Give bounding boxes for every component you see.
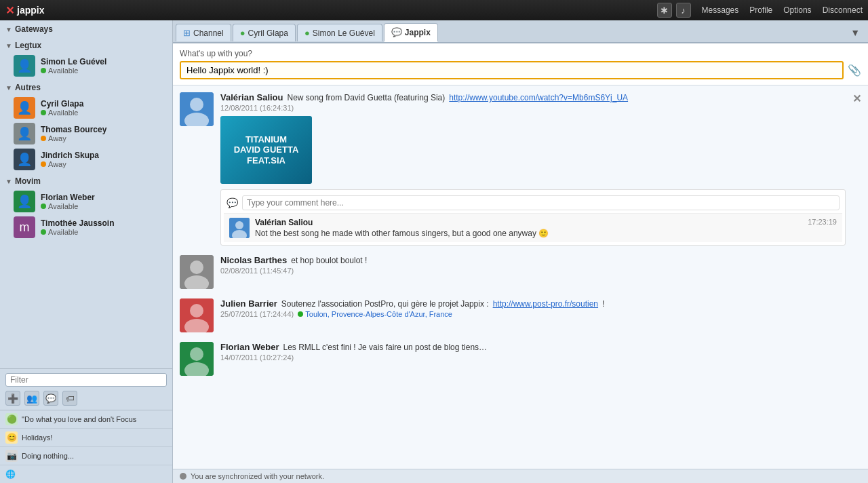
msg-body-nicolas: Nicolas Barthes et hop boulot boulot ! 0…	[220, 255, 861, 289]
contact-name-florian: Florian Weber	[41, 193, 95, 202]
options-link[interactable]: Options	[783, 5, 811, 15]
location-text: Toulon, Provence-Alpes-Côte d'Azur, Fran…	[305, 310, 452, 318]
svg-point-10	[190, 304, 203, 317]
comment-time-0: 17:23:19	[808, 218, 837, 227]
contact-info-thomas: Thomas Bourcey Away	[41, 125, 106, 142]
tab-cyril-label: Cyril Glapa	[248, 28, 288, 38]
tab-jappix-label: Jappix	[405, 28, 431, 37]
whats-up-section: What's up with you? 📎	[173, 43, 868, 85]
msg-close-valerian[interactable]: ✕	[852, 92, 861, 105]
logo-x: ✕	[5, 4, 14, 17]
status-dot-cyril	[41, 110, 46, 115]
contact-info-timothee: Timothée Jaussoin Available	[41, 218, 114, 236]
contact-status-cyril: Available	[41, 109, 83, 117]
svg-point-7	[190, 260, 203, 274]
movim-arrow: ▼	[5, 178, 12, 185]
paperclip-icon[interactable]: 📎	[848, 64, 861, 77]
tab-channel[interactable]: ⊞ Channel	[176, 24, 231, 41]
music-icon[interactable]: ♪	[676, 3, 691, 18]
contact-timothee[interactable]: m Timothée Jaussoin Available	[0, 214, 172, 240]
comment-author-0: Valérian Saliou	[255, 218, 313, 227]
msg-link-julien[interactable]: http://www.post-pro.fr/soutien	[493, 299, 598, 309]
tab-simon-label: Simon Le Guével	[313, 28, 375, 38]
contact-florian[interactable]: 👤 Florian Weber Available	[0, 189, 172, 214]
message-florian: Florian Weber Les RMLL c'est fini ! Je v…	[180, 342, 861, 376]
tab-simon[interactable]: ● Simon Le Guével	[297, 24, 382, 41]
group-icon[interactable]: 👥	[24, 391, 39, 406]
msg-body-florian: Florian Weber Les RMLL c'est fini ! Je v…	[220, 342, 861, 376]
avatar-simon: 👤	[14, 55, 35, 77]
msg-image-text: TITANIUMDAVID GUETTAFEAT.SIA	[234, 134, 299, 166]
status-dot-simon	[41, 68, 46, 73]
status-item-0[interactable]: 🟢 "Do what you love and don't Focus	[0, 410, 172, 429]
msg-body-valerian: Valérian Saliou New song from David Guet…	[220, 92, 846, 246]
contact-name-simon: Simon Le Guével	[41, 57, 106, 66]
sync-text: You are synchronized with your network.	[191, 472, 324, 480]
contact-name-jindrich: Jindrich Skupa	[41, 151, 99, 160]
profile-link[interactable]: Profile	[749, 5, 772, 15]
app-logo: ✕ jappix	[5, 4, 44, 17]
contact-jindrich[interactable]: 👤 Jindrich Skupa Away	[0, 147, 172, 172]
tab-jappix[interactable]: 💬 Jappix	[384, 23, 438, 42]
section-autres[interactable]: ▼ Autres	[0, 79, 172, 95]
contact-status-simon: Available	[41, 66, 106, 75]
whats-up-input[interactable]	[180, 61, 844, 79]
location-badge-julien[interactable]: Toulon, Provence-Alpes-Côte d'Azur, Fran…	[298, 310, 452, 318]
location-dot	[298, 311, 303, 317]
msg-author-julien: Julien Barrier	[220, 298, 277, 309]
msg-link-valerian[interactable]: http://www.youtube.com/watch?v=Mb6mS6Yj_…	[449, 93, 628, 102]
nav-links: Messages Profile Options Disconnect	[702, 5, 863, 15]
svg-point-4	[235, 221, 243, 229]
contact-name-cyril: Cyril Glapa	[41, 99, 83, 109]
avatar-timothee: m	[14, 216, 35, 238]
msg-text-valerian: New song from David Guetta (featuring Si…	[288, 93, 446, 102]
status-item-1[interactable]: 😊 Holidays!	[0, 429, 172, 447]
tag-icon[interactable]: 🏷	[62, 391, 77, 406]
chat-icon[interactable]: 💬	[43, 391, 58, 406]
comment-bubble-icon: 💬	[226, 197, 238, 208]
contact-simon[interactable]: 👤 Simon Le Guével Available	[0, 53, 172, 79]
tab-dropdown[interactable]: ▼	[845, 24, 865, 41]
msg-author-nicolas: Nicolas Barthes	[220, 255, 287, 265]
avatar-florian-chat	[180, 342, 214, 376]
movim-label: Movim	[15, 176, 41, 186]
avatar-julien	[180, 298, 214, 332]
avatar-florian: 👤	[14, 191, 35, 212]
section-legtux[interactable]: ▼ Legtux	[0, 37, 172, 53]
comment-header-0: Valérian Saliou 17:23:19	[255, 218, 837, 227]
tab-cyril[interactable]: ● Cyril Glapa	[233, 24, 296, 41]
contact-thomas[interactable]: 👤 Thomas Bourcey Away	[0, 121, 172, 147]
contact-info-florian: Florian Weber Available	[41, 193, 95, 210]
msg-header-nicolas: Nicolas Barthes et hop boulot boulot !	[220, 255, 861, 265]
msg-author-valerian: Valérian Saliou	[220, 92, 283, 102]
msg-date-florian: 14/07/2011 (10:27:24)	[220, 353, 861, 362]
action-icons: ➕ 👥 💬 🏷	[5, 391, 167, 406]
legtux-label: Legtux	[15, 41, 41, 50]
status-item-2[interactable]: 📷 Doing nothing...	[0, 447, 172, 465]
status-icon-2: 📷	[5, 450, 18, 462]
contact-info-simon: Simon Le Guével Available	[41, 57, 106, 75]
section-gateways[interactable]: ▼ Gateways	[0, 20, 172, 37]
cyril-tab-icon: ●	[240, 28, 245, 38]
bottom-status-icon[interactable]: 🌐	[0, 465, 172, 483]
messages-link[interactable]: Messages	[702, 5, 739, 15]
comment-entry-0: Valérian Saliou 17:23:19 Not the best so…	[224, 213, 842, 242]
section-movim[interactable]: ▼ Movim	[0, 172, 172, 189]
contact-cyril[interactable]: 👤 Cyril Glapa Available	[0, 95, 172, 121]
asterisk-icon[interactable]: ✱	[657, 3, 672, 18]
svg-point-13	[190, 347, 203, 361]
contact-status-florian: Available	[41, 202, 95, 210]
app-name: jappix	[17, 5, 44, 16]
message-valerian: Valérian Saliou New song from David Guet…	[180, 92, 861, 246]
disconnect-link[interactable]: Disconnect	[823, 5, 863, 15]
msg-text-florian: Les RMLL c'est fini ! Je vais faire un p…	[283, 343, 487, 352]
status-items: 🟢 "Do what you love and don't Focus 😊 Ho…	[0, 410, 172, 465]
status-dot-timothee	[41, 229, 46, 235]
contact-info-jindrich: Jindrich Skupa Away	[41, 151, 99, 168]
whats-up-row: 📎	[180, 61, 861, 79]
filter-input[interactable]	[5, 373, 167, 387]
comment-input[interactable]	[242, 195, 840, 210]
msg-date-nicolas: 02/08/2011 (11:45:47)	[220, 267, 861, 275]
add-contact-icon[interactable]: ➕	[5, 391, 20, 406]
contact-status-jindrich: Away	[41, 160, 99, 168]
